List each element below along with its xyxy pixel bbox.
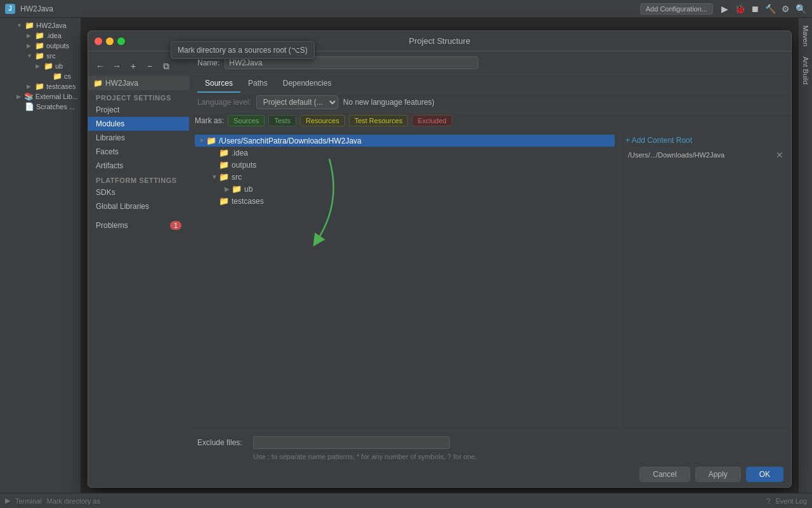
forward-button[interactable]: →	[110, 59, 124, 73]
close-button[interactable]	[95, 37, 102, 45]
src-folder-icon: 📁	[219, 172, 229, 182]
exclude-files-input[interactable]	[253, 436, 450, 449]
settings-item-sdks[interactable]: SDKs	[88, 185, 189, 199]
testcases-folder-icon: 📁	[219, 196, 229, 206]
cs-folder-icon: 📁	[52, 72, 62, 81]
right-content-panel: + Add Content Root /Users/.../Downloads/…	[620, 130, 791, 431]
cancel-button[interactable]: Cancel	[639, 467, 690, 482]
settings-item-modules[interactable]: Modules	[88, 117, 189, 131]
problems-label: Problems	[96, 221, 128, 230]
exclude-files-hint: Use ; to separate name patterns, * for a…	[253, 453, 783, 460]
run-icon[interactable]: ▶	[718, 3, 731, 15]
settings-icon[interactable]: ⚙	[779, 3, 792, 15]
event-log-label[interactable]: Event Log	[775, 497, 807, 505]
mark-directory-label: Mark directory as	[47, 497, 100, 505]
tab-sources[interactable]: Sources	[197, 75, 240, 93]
app-title: HW2Java	[20, 4, 53, 13]
help-icon[interactable]: ?	[766, 497, 770, 505]
ftree-ub[interactable]: ▶ 📁 ub	[195, 183, 615, 195]
outputs-folder-icon: 📁	[34, 41, 44, 50]
scratches-icon: 📄	[24, 102, 34, 111]
outputs-folder-icon: 📁	[219, 160, 229, 170]
debug-icon[interactable]: 🐞	[733, 3, 746, 15]
ok-button[interactable]: OK	[746, 467, 783, 482]
content-root-path: /Users/.../Downloads/HW2Java	[628, 151, 724, 159]
ftree-src-name: src	[232, 173, 242, 182]
ftree-src[interactable]: ▼ 📁 src	[195, 171, 615, 183]
src-folder-icon: 📁	[34, 51, 44, 60]
ub-folder-icon: 📁	[232, 184, 242, 194]
settings-item-facets[interactable]: Facets	[88, 145, 189, 159]
dialog-buttons: Cancel Apply OK	[197, 464, 783, 482]
maven-tab[interactable]: Maven	[801, 23, 811, 49]
mark-resources-button[interactable]: Resources	[300, 115, 345, 126]
add-configuration-button[interactable]: Add Configuration...	[640, 3, 713, 15]
dialog-footer: Exclude files: Use ; to separate name pa…	[190, 431, 791, 487]
mark-as-bar: Mark as: Sources Tests Resources Test Re…	[190, 112, 791, 130]
add-content-root-button[interactable]: + Add Content Root	[625, 135, 786, 146]
settings-item-project[interactable]: Project	[88, 103, 189, 117]
minimize-button[interactable]	[106, 37, 114, 45]
settings-item-libraries[interactable]: Libraries	[88, 131, 189, 145]
ant-build-tab[interactable]: Ant Build	[801, 54, 811, 87]
tree-scratches[interactable]: 📄 Scratches ...	[14, 102, 81, 112]
ftree-testcases[interactable]: 📁 testcases	[195, 195, 615, 207]
problems-badge: 1	[170, 221, 181, 230]
exclude-files-row: Exclude files:	[197, 436, 783, 449]
tree-ub[interactable]: ▶ 📁 ub	[14, 61, 81, 71]
copy-module-button[interactable]: ⧉	[159, 59, 173, 73]
terminal-label[interactable]: Terminal	[15, 497, 42, 505]
tooltip-popup: Mark directory as a sources root (⌥S)	[190, 51, 315, 59]
mark-tests-button[interactable]: Tests	[268, 115, 296, 126]
ftree-idea-name: .idea	[232, 149, 248, 157]
problems-section[interactable]: Problems 1	[88, 218, 189, 232]
language-level-value: No new language features)	[343, 98, 435, 107]
tree-src[interactable]: ▼ 📁 src	[14, 51, 81, 61]
tree-cs[interactable]: 📁 cs	[14, 71, 81, 81]
stop-icon[interactable]: ⏹	[749, 3, 761, 15]
back-button[interactable]: ←	[93, 59, 107, 73]
add-module-button[interactable]: +	[126, 59, 140, 73]
dialog-body: ← → + − ⧉ 📁 HW2Java Project Settings Pro…	[88, 51, 791, 487]
settings-item-global-libraries[interactable]: Global Libraries	[88, 199, 189, 213]
ub-folder-icon: 📁	[43, 62, 53, 70]
top-bar: J HW2Java Add Configuration... ▶ 🐞 ⏹ 🔨 ⚙…	[0, 0, 812, 18]
idea-folder-icon: 📁	[34, 31, 44, 40]
ftree-outputs-name: outputs	[232, 161, 256, 170]
ftree-outputs[interactable]: 📁 outputs	[195, 159, 615, 171]
traffic-lights	[95, 37, 125, 45]
ftree-root[interactable]: ▼ 📁 /Users/SanchitPatra/Downloads/HW2Jav…	[195, 135, 615, 147]
left-sidebar: ▼ 📁 HW2Java ▶ 📁 .idea ▶ 📁 outputs ▼ 📁 sr…	[0, 18, 81, 508]
file-tree-panel: ▼ 📁 /Users/SanchitPatra/Downloads/HW2Jav…	[190, 130, 620, 431]
language-level-select[interactable]: Project default (...	[256, 95, 338, 109]
mark-test-resources-button[interactable]: Test Resources	[349, 115, 409, 126]
tab-paths[interactable]: Paths	[240, 75, 275, 93]
build-icon[interactable]: 🔨	[764, 3, 776, 15]
tree-idea[interactable]: ▶ 📁 .idea	[14, 30, 81, 41]
tree-external-libs[interactable]: ▶ 📚 External Lib...	[14, 91, 81, 102]
project-settings-header: Project Settings	[88, 90, 189, 103]
content-root-close-button[interactable]: ✕	[776, 150, 783, 160]
app-icon: J	[5, 4, 15, 14]
tree-testcases[interactable]: ▶ 📁 testcases	[14, 81, 81, 91]
status-bar: ▶ Terminal Mark directory as ? Event Log	[0, 493, 812, 508]
project-tree: ▼ 📁 HW2Java ▶ 📁 .idea ▶ 📁 outputs ▼ 📁 sr…	[14, 18, 81, 508]
ftree-idea[interactable]: 📁 .idea	[195, 147, 615, 159]
tab-dependencies[interactable]: Dependencies	[275, 75, 339, 93]
mark-excluded-button[interactable]: Excluded	[412, 115, 452, 126]
mark-as-label: Mark as:	[195, 116, 224, 125]
tree-project-root[interactable]: ▼ 📁 HW2Java	[14, 20, 81, 30]
content-area: Name: Sources Paths Dependencies Languag…	[190, 51, 791, 487]
language-level-label: Language level:	[197, 98, 251, 107]
tree-outputs[interactable]: ▶ 📁 outputs	[14, 41, 81, 51]
testcases-folder-icon: 📁	[34, 82, 44, 91]
remove-module-button[interactable]: −	[143, 59, 157, 73]
folder-icon: 📁	[24, 21, 34, 30]
settings-item-artifacts[interactable]: Artifacts	[88, 159, 189, 173]
apply-button[interactable]: Apply	[695, 467, 741, 482]
search-icon[interactable]: 🔍	[794, 3, 807, 15]
maximize-button[interactable]	[117, 37, 125, 45]
mark-sources-button[interactable]: Sources	[228, 115, 265, 126]
content-root-item: /Users/.../Downloads/HW2Java ✕	[625, 149, 786, 161]
content-inner: ▼ 📁 /Users/SanchitPatra/Downloads/HW2Jav…	[190, 130, 791, 431]
